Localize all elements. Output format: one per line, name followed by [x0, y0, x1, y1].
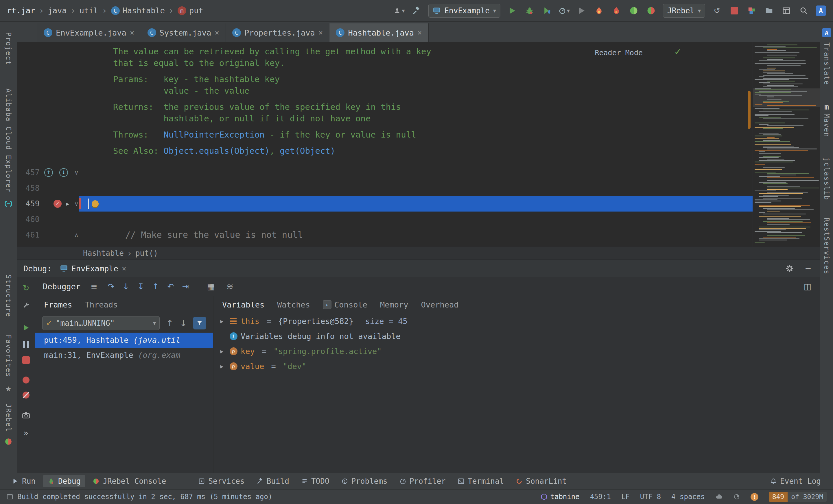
run-button[interactable] [507, 5, 518, 16]
indent-widget[interactable]: 4 spaces [671, 493, 705, 501]
drop-frame-icon[interactable]: ↶ [167, 282, 174, 291]
tab-memory[interactable]: Memory [380, 300, 408, 309]
javadoc-line[interactable]: hashtable, or null if it did not have on… [17, 113, 753, 124]
jrebel-logo-icon[interactable] [5, 438, 12, 445]
breadcrumb-class[interactable]: Hashtable [83, 249, 124, 257]
stop-debug-button[interactable] [22, 356, 30, 364]
code-line-457[interactable]: 457 ↑ ↓ ∨ public synchronized V put(K ke… [17, 165, 753, 180]
frame-up-icon[interactable]: ↑ [166, 318, 173, 328]
project-folder-icon[interactable] [764, 5, 775, 16]
settings-wrench-icon[interactable] [22, 301, 30, 309]
tool-button-debug[interactable]: Debug [43, 475, 85, 487]
code-line-462[interactable]: 462 [17, 243, 753, 247]
reader-mode-toggle[interactable]: Reader Mode [595, 49, 643, 57]
inspection-ok-icon[interactable]: ✓ [674, 47, 682, 57]
build-hammer-icon[interactable] [411, 5, 422, 16]
restore-layout-icon[interactable] [781, 5, 792, 16]
tab-hashtable-java[interactable]: C Hashtable.java × [329, 23, 428, 42]
tool-button-jrebel-console[interactable]: JRebel Console [88, 475, 171, 487]
tab-envexample-java[interactable]: C EnvExample.java × [37, 23, 141, 42]
tool-button-jrebel[interactable]: JRebel [4, 403, 13, 432]
breadcrumb-method[interactable]: put() [135, 249, 158, 257]
more-actions-icon[interactable]: » [21, 427, 31, 438]
favorites-star-icon[interactable]: ★ [5, 385, 11, 393]
translate-icon[interactable]: A [816, 5, 826, 16]
breadcrumb-item[interactable]: m put [177, 6, 203, 15]
restart-icon[interactable]: ↺ [712, 5, 722, 16]
breadcrumb-item[interactable]: C Hashtable [111, 6, 165, 15]
code-line-459-current[interactable]: 459 ✓ ▸ ∨ if (value == null) { value: "d… [17, 196, 753, 211]
tool-button-favorites[interactable]: Favorites [4, 335, 13, 377]
tab-frames[interactable]: Frames [44, 300, 72, 309]
indexing-icon[interactable] [733, 493, 740, 500]
thread-selector[interactable]: ✓ "main…UNNING" ▾ [42, 316, 160, 330]
run-configuration-select[interactable]: EnvExample ▾ [428, 4, 500, 18]
window-icon[interactable] [6, 493, 13, 500]
tab-variables[interactable]: Variables [222, 300, 264, 309]
tool-button-maven[interactable]: Maven [823, 114, 831, 137]
intention-bulb-icon[interactable] [92, 200, 99, 207]
maven-icon[interactable]: m [824, 103, 829, 111]
tool-button-structure[interactable]: Structure [4, 275, 13, 317]
plugin-icon[interactable] [746, 5, 757, 16]
stop-button[interactable] [729, 5, 740, 16]
minimize-icon[interactable]: ─ [803, 263, 814, 274]
variable-row-key[interactable]: ▸ p key = "spring.profile.active" [213, 344, 820, 359]
gear-icon[interactable] [784, 263, 795, 274]
close-icon[interactable]: × [215, 28, 219, 37]
tab-overhead[interactable]: Overhead [421, 300, 458, 309]
variable-row-this[interactable]: ▸ this = {Properties@582} size = 45 [213, 313, 820, 329]
debug-session-tab[interactable]: EnvExample × [60, 264, 126, 273]
debugger-menu-icon[interactable]: ≡ [89, 281, 99, 292]
tool-button-build[interactable]: Build [252, 475, 294, 487]
profiler-button[interactable]: ▾ [559, 5, 570, 16]
tool-button-terminal[interactable]: Terminal [453, 475, 508, 487]
close-icon[interactable]: × [418, 28, 422, 37]
step-into-icon[interactable]: ↓ [123, 282, 129, 291]
rerun-button[interactable]: ↻ [21, 282, 31, 293]
javadoc-line[interactable]: value - the value [17, 85, 753, 97]
pause-button[interactable] [23, 341, 29, 348]
caret-position-widget[interactable]: 459:1 [590, 493, 611, 501]
close-icon[interactable]: × [318, 28, 323, 37]
jrebel-run-icon[interactable] [628, 5, 639, 16]
tab-properties-java[interactable]: C Properties.java × [226, 23, 330, 42]
fold-icon[interactable]: ∨ [74, 165, 79, 180]
close-icon[interactable]: × [122, 264, 126, 273]
cloud-sync-icon[interactable] [715, 493, 723, 501]
tool-button-alibaba-cloud-explorer[interactable]: Alibaba Cloud Explorer [4, 89, 13, 193]
override-up-icon[interactable]: ↑ [44, 168, 53, 177]
override-down-icon[interactable]: ↓ [59, 168, 68, 177]
code-minimap[interactable] [753, 42, 820, 247]
tool-button-profiler[interactable]: Profiler [395, 475, 450, 487]
encoding-widget[interactable]: UTF-8 [640, 493, 661, 501]
flame-graph-icon[interactable] [611, 5, 622, 16]
breadcrumb-item[interactable]: java [48, 6, 67, 15]
stack-frame-row[interactable]: put:459, Hashtable (java.util [35, 333, 213, 348]
code-line-460[interactable]: 460 throw new NullPointerException(); [17, 211, 753, 227]
frame-down-icon[interactable]: ↓ [180, 318, 187, 328]
tool-button-problems[interactable]: Problems [337, 475, 392, 487]
jrebel-select[interactable]: JRebel ▾ [663, 4, 705, 18]
step-out-icon[interactable]: ↑ [152, 282, 159, 291]
alibaba-cloud-icon[interactable] [4, 199, 13, 208]
tabnine-widget[interactable]: tabnine [541, 493, 580, 501]
trace-settings-icon[interactable]: ≋ [224, 281, 235, 292]
expand-icon[interactable]: ▸ [217, 348, 226, 355]
tool-button-sonarlint[interactable]: SonarLint [511, 475, 571, 487]
breakpoint-icon[interactable]: ✓ [53, 200, 62, 208]
tool-button-translate[interactable]: Translate [823, 43, 831, 85]
user-icon[interactable]: ▾ [394, 5, 405, 16]
code-editor[interactable]: Reader Mode ✓ The value can be retrieved… [17, 42, 753, 247]
breadcrumb-item[interactable]: util [79, 6, 98, 15]
hide-frames-filter-icon[interactable] [193, 317, 206, 329]
javadoc-line[interactable]: See Also: Object.equals(Object), get(Obj… [17, 145, 753, 157]
translate-tool-icon[interactable]: A [822, 28, 831, 37]
tool-button-project[interactable]: Project [4, 32, 13, 65]
debug-button[interactable] [524, 5, 535, 16]
javadoc-line[interactable]: Returns: the previous value of the speci… [17, 101, 753, 113]
jrebel-debug-icon[interactable] [646, 5, 657, 16]
tool-button-event-log[interactable]: Event Log [766, 475, 826, 487]
tab-console[interactable]: ▸ Console [323, 300, 367, 309]
mute-breakpoints-icon[interactable] [23, 392, 29, 399]
